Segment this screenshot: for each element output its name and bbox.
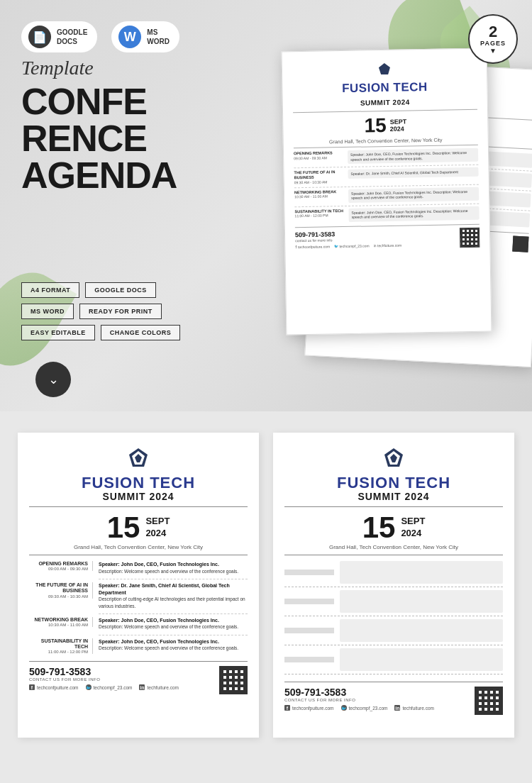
tag-a4-format: A4 FORMAT (21, 282, 79, 298)
session-name-1: OPENING REMARKS (29, 561, 88, 567)
mini-date-row: 15 SEPT2024 (293, 113, 478, 139)
footer-contact-label-left: CONTACT US FOR MORE INFO (29, 677, 179, 682)
mini-qr-code (460, 227, 480, 247)
placeholder-block-1 (340, 561, 503, 584)
mini-social-linkedin: in techfuiture.com (374, 243, 402, 248)
tag-ready-for-print: READY FOR PRINT (79, 304, 162, 319)
session-time-4: 11:00 AM - 12:00 PM (29, 650, 88, 654)
footer-contact-label-right: CONTACT US FOR MORE INFO (284, 698, 434, 702)
template-script-label: Template (21, 57, 184, 79)
title-line1: CONFE (21, 81, 147, 122)
placeholder-row-2 (284, 590, 503, 613)
mini-agenda-item-1: OPENING REMARKS 09:00 AM - 09:30 AM Spea… (294, 148, 478, 165)
session-name-3: NETWORKING BREAK (29, 617, 88, 623)
placeholder-row-1 (284, 561, 503, 584)
preview-title-left: FUSION TECH (29, 475, 248, 491)
preview-location-left: Grand Hall, Tech Convention Center, New … (29, 544, 248, 555)
tag-easy-editable: EASY EDITABLE (21, 325, 95, 340)
preview-date-month-year-left: SEPT 2024 (145, 516, 170, 540)
footer-qr-left (219, 666, 248, 694)
dashed-divider-3 (284, 645, 503, 645)
placeholder-block-2 (340, 590, 503, 613)
session-time-1: 09:00 AM - 09:30 AM (29, 567, 88, 571)
footer-social-right: f techconfpuiture.com 🐦 techcompf_23.com… (284, 705, 434, 711)
session-name-4: SUSTAINABILITY IN TECH (29, 638, 88, 650)
preview-logo-right (284, 447, 503, 471)
dashed-divider-2 (284, 616, 503, 616)
footer-phone-right: 509-791-3583 (284, 687, 434, 698)
placeholder-row-3 (284, 619, 503, 642)
social-linkedin-left: in techfuiture.com (139, 684, 178, 690)
agenda-divider-1 (99, 579, 248, 579)
preview-date-row-left: 15 SEPT 2024 (29, 513, 248, 543)
preview-location-right: Grand Hall, Tech Convention Center, New … (284, 544, 503, 555)
mini-date-number: 15 (364, 114, 387, 138)
mini-agenda-item-2: THE FUTURE OF AI IN BUSINESS 09:30 AM - … (294, 167, 478, 184)
mini-doc-title: FUSION TECHSUMMIT 2024 (292, 80, 477, 113)
session-content-4: Speaker: John Doe, CEO, Fusion Technolog… (99, 638, 248, 652)
preview-card-right: FUSION TECH SUMMIT 2024 15 SEPT2024 Gran… (273, 433, 514, 738)
placeholder-label-4 (284, 657, 334, 662)
agenda-item-sustainability: SUSTAINABILITY IN TECH 11:00 AM - 12:00 … (29, 638, 248, 655)
placeholder-block-4 (340, 648, 503, 671)
agenda-divider-3 (99, 635, 248, 635)
google-docs-label: GOODLEDOCS (57, 28, 87, 46)
mini-location: Grand Hall, Tech Convention Center, New … (294, 137, 478, 149)
social-facebook-right: f techconfpuiture.com (284, 705, 334, 711)
google-docs-icon: 📄 (28, 26, 51, 48)
placeholder-label-3 (284, 628, 334, 633)
mini-social-facebook: f techconfpuiture.com (295, 244, 330, 249)
preview-logo-left (29, 447, 248, 471)
social-twitter-left: 🐦 techcompf_23.com (86, 684, 133, 690)
preview-footer-left: 509-791-3583 CONTACT US FOR MORE INFO f … (29, 661, 248, 694)
preview-date-number-left: 15 (107, 513, 140, 543)
title-line3: AGENDA (21, 155, 177, 196)
agenda-divider-2 (99, 613, 248, 614)
hero-left-content: Template CONFE RENCE AGENDA (21, 57, 184, 194)
session-time-2: 09:30 AM - 10:30 AM (29, 594, 88, 599)
scroll-down-button[interactable]: ⌄ (35, 362, 71, 397)
placeholder-label-2 (284, 599, 334, 604)
session-name-2: THE FUTURE OF AI IN BUSINESS (29, 582, 88, 594)
agenda-item-opening: OPENING REMARKS 09:00 AM - 09:30 AM Spea… (29, 561, 248, 574)
company-logo-icon (128, 447, 149, 468)
ms-word-badge[interactable]: W MSWORD (111, 21, 179, 52)
tag-google-docs: GOOGLE DOCS (85, 282, 156, 298)
document-mockup-area: FUSION TECH SUMMIT 2024 15 SEPT2024 Gran… (241, 43, 532, 390)
ms-word-label: MSWORD (147, 28, 170, 46)
session-time-3: 10:30 AM - 11:00 AM (29, 623, 88, 627)
preview-footer-right: 509-791-3583 CONTACT US FOR MORE INFO f … (284, 682, 503, 715)
dashed-divider-1 (284, 587, 503, 587)
google-docs-badge[interactable]: 📄 GOODLEDOCS (21, 21, 97, 52)
mini-contact-label: contact us for more info (295, 237, 401, 243)
app-icons-row: 📄 GOODLEDOCS W MSWORD (21, 21, 511, 52)
preview-date-number-right: 15 (362, 513, 396, 543)
ms-word-icon: W (118, 26, 141, 48)
mini-agenda-item-4: SUSTAINABILITY IN TECH 11:00 AM - 12:00 … (294, 206, 479, 223)
preview-title-right: FUSION TECH (284, 475, 503, 491)
placeholder-block-3 (340, 619, 503, 642)
document-mockup-front: FUSION TECHSUMMIT 2024 15 SEPT2024 Grand… (282, 48, 492, 335)
mini-social-twitter: 🐦 techcompf_23.com (334, 243, 370, 248)
session-content-2: Speaker: Dr. Jane Smith, Chief AI Scient… (99, 582, 248, 609)
mini-agenda-item-3: NETWORKING BREAK 10:30 AM - 11:00 AM Spe… (294, 187, 479, 204)
mini-footer: 509-791-3583 contact us for more info f … (295, 223, 480, 250)
agenda-item-future-ai: THE FUTURE OF AI IN BUSINESS 09:30 AM - … (29, 582, 248, 609)
company-logo-icon-right (383, 447, 404, 468)
placeholder-label-1 (284, 570, 334, 575)
mini-logo (292, 60, 477, 81)
footer-phone-left: 509-791-3583 (29, 666, 179, 677)
placeholder-row-4 (284, 648, 503, 671)
title-line2: RENCE (21, 118, 147, 159)
mini-date-month-year: SEPT2024 (390, 118, 407, 133)
preview-date-month-year-right: SEPT2024 (401, 516, 425, 540)
preview-subtitle-right: SUMMIT 2024 (284, 491, 503, 507)
svg-marker-1 (379, 63, 390, 74)
dashed-divider-4 (284, 674, 503, 674)
tag-change-colors: CHANGE COLORS (101, 325, 181, 340)
feature-tags-row: A4 FORMAT GOOGLE DOCS MS WORD READY FOR … (21, 282, 192, 340)
preview-subtitle-left: SUMMIT 2024 (29, 491, 248, 507)
social-twitter-right: 🐦 techcompf_23.com (341, 705, 388, 711)
bottom-preview-section: FUSION TECH SUMMIT 2024 15 SEPT 2024 Gra… (0, 411, 532, 759)
social-facebook-left: f techconfpuiture.com (29, 684, 79, 690)
